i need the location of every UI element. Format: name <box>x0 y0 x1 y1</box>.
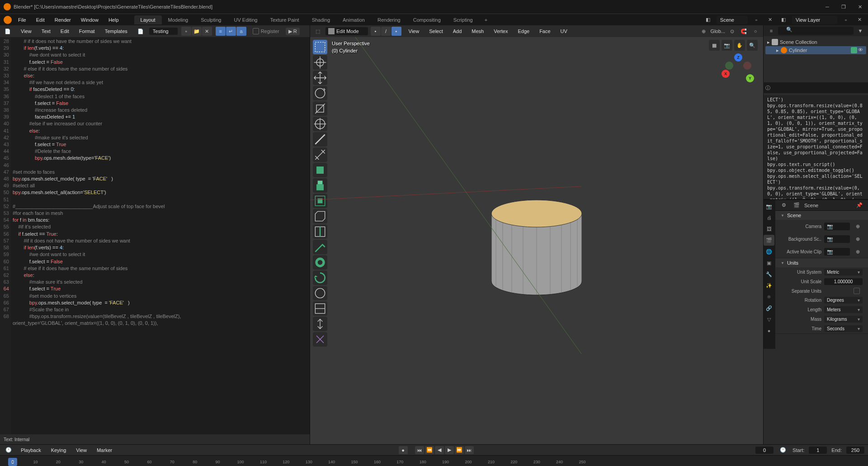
scale-tool[interactable] <box>313 101 327 116</box>
te-menu-templates[interactable]: Templates <box>100 27 132 35</box>
vp-menu-view[interactable]: View <box>404 27 424 35</box>
vp-menu-edge[interactable]: Edge <box>513 27 534 35</box>
constraint-tab-icon[interactable]: 🔗 <box>764 303 774 314</box>
prop-dropdown[interactable]: Seconds <box>824 325 863 332</box>
prop-dropdown[interactable]: Kilograms <box>824 316 863 323</box>
open-text-button[interactable]: 📁 <box>192 27 202 36</box>
scene-delete-button[interactable]: ✕ <box>765 15 775 25</box>
physics-tab-icon[interactable]: ⚛ <box>764 291 774 302</box>
scene-browse-icon[interactable]: ◧ <box>703 15 713 25</box>
minimize-button[interactable]: ─ <box>823 2 832 11</box>
prop-checkbox[interactable] <box>854 288 860 294</box>
shrink-fatten-tool[interactable] <box>313 317 327 331</box>
workspace-tab-uv-editing[interactable]: UV Editing <box>227 15 264 24</box>
scene-new-button[interactable]: ▫ <box>751 15 761 25</box>
menu-window[interactable]: Window <box>76 16 103 24</box>
loop-cut-tool[interactable] <box>313 224 327 239</box>
object-tab-icon[interactable]: ▣ <box>764 257 774 268</box>
edge-slide-tool[interactable] <box>313 301 327 316</box>
workspace-tab-animation[interactable]: Animation <box>336 15 371 24</box>
workspace-tab-texture-paint[interactable]: Texture Paint <box>264 15 305 24</box>
render-tab-icon[interactable]: 📷 <box>764 201 774 212</box>
viewport-canvas[interactable]: User Perspective (0) Cylinder ▦ 📷 ✋ 🔍 X … <box>310 37 763 444</box>
neg-y-axis-icon[interactable] <box>725 62 733 70</box>
pin-icon[interactable]: 📌 <box>854 200 864 210</box>
register-checkbox[interactable]: Register <box>250 28 282 34</box>
te-menu-edit[interactable]: Edit <box>56 27 74 35</box>
jump-end-button[interactable]: ⏭ <box>465 446 474 454</box>
rotate-tool[interactable] <box>313 86 327 100</box>
workspace-tab-compositing[interactable]: Compositing <box>407 15 447 24</box>
start-frame-field[interactable]: 1 <box>809 447 827 454</box>
scene-field[interactable]: Scene <box>717 16 748 24</box>
syntax-highlight-toggle[interactable]: a <box>236 27 246 36</box>
workspace-tab-sculpting[interactable]: Sculpting <box>194 15 227 24</box>
play-reverse-button[interactable]: ◀ <box>435 446 444 454</box>
workspace-tab-modeling[interactable]: Modeling <box>162 15 195 24</box>
menu-help[interactable]: Help <box>104 16 123 24</box>
edge-select-mode[interactable]: / <box>381 27 391 36</box>
smooth-tool[interactable] <box>313 286 327 300</box>
measure-tool[interactable] <box>313 147 327 162</box>
vp-menu-add[interactable]: Add <box>448 27 467 35</box>
cursor-tool[interactable] <box>313 55 327 70</box>
viewlayer-tab-icon[interactable]: 🖼 <box>764 223 774 234</box>
tl-menu-keying[interactable]: Keying <box>47 446 71 454</box>
zoom-icon[interactable]: 🔍 <box>747 40 758 51</box>
add-workspace-button[interactable]: + <box>481 15 491 24</box>
tl-menu-playback[interactable]: Playback <box>16 446 46 454</box>
inset-faces-tool[interactable] <box>313 194 327 208</box>
prop-eyedropper-icon[interactable]: ⊕ <box>853 234 863 244</box>
workspace-tab-scripting[interactable]: Scripting <box>447 15 479 24</box>
close-button[interactable]: ✕ <box>855 2 864 11</box>
unlink-text-button[interactable]: ✕ <box>202 27 212 36</box>
menu-render[interactable]: Render <box>50 16 75 24</box>
knife-tool[interactable] <box>313 240 327 254</box>
object-name[interactable]: Cylinder <box>789 48 807 53</box>
transform-orientation-icon[interactable]: ⊕ <box>699 26 709 36</box>
camera-view-icon[interactable]: ▦ <box>709 40 720 51</box>
orientation-label[interactable]: Glob... <box>711 29 725 34</box>
line-numbers-toggle[interactable]: ≡ <box>216 27 226 36</box>
info-log[interactable]: LECT') bpy.ops.transform.resize(value=(0… <box>764 95 868 199</box>
axis-gizmo[interactable]: X Y Z <box>722 53 754 86</box>
neg-x-axis-icon[interactable] <box>743 62 751 70</box>
prop-dropdown[interactable]: Meters <box>824 306 863 313</box>
vp-menu-vertex[interactable]: Vertex <box>489 27 512 35</box>
pivot-point-icon[interactable]: ⊙ <box>727 26 737 36</box>
menu-file[interactable]: File <box>14 16 31 24</box>
cylinder-mesh[interactable] <box>489 197 584 306</box>
auto-keying-toggle[interactable]: ● <box>399 446 408 454</box>
panel-scene[interactable]: Scene <box>775 211 868 220</box>
material-tab-icon[interactable]: ● <box>764 325 774 336</box>
tl-menu-marker[interactable]: Marker <box>92 446 117 454</box>
keyframe-next-button[interactable]: ⏩ <box>455 446 464 454</box>
modifier-tab-icon[interactable]: 🔧 <box>764 269 774 280</box>
mesh-tab-icon[interactable]: ▽ <box>764 314 774 325</box>
toggle-camera-icon[interactable]: 📷 <box>722 40 732 51</box>
z-axis-icon[interactable]: Z <box>734 53 742 62</box>
text-browse-icon[interactable]: 📄 <box>136 26 146 36</box>
current-frame-field[interactable]: 0 <box>755 447 774 454</box>
prop-object-field[interactable]: 📷 <box>824 223 850 230</box>
rip-region-tool[interactable] <box>313 332 327 347</box>
prop-dropdown[interactable]: Degrees <box>824 297 863 304</box>
panel-units[interactable]: Units <box>775 258 868 267</box>
world-tab-icon[interactable]: 🌐 <box>764 246 774 257</box>
view-layer-field[interactable]: View Layer <box>792 16 837 24</box>
x-axis-icon[interactable]: X <box>722 70 730 78</box>
vp-menu-select[interactable]: Select <box>425 27 448 35</box>
pan-icon[interactable]: ✋ <box>734 40 745 51</box>
workspace-tab-layout[interactable]: Layout <box>134 15 162 24</box>
info-type-icon[interactable]: ⓘ <box>763 83 773 93</box>
keyframe-prev-button[interactable]: ⏪ <box>425 446 434 454</box>
viewlayer-new-button[interactable]: ▫ <box>841 15 851 25</box>
editor-type-viewport-icon[interactable]: ⬚ <box>313 26 323 36</box>
snap-icon[interactable]: 🧲 <box>739 26 749 36</box>
mesh-data-icon[interactable] <box>851 47 857 53</box>
prop-eyedropper-icon[interactable]: ⊕ <box>853 221 863 231</box>
poly-build-tool[interactable] <box>313 255 327 270</box>
prop-number-field[interactable]: 1.000000 <box>824 278 863 285</box>
select-box-tool[interactable] <box>313 40 327 54</box>
timeline-type-icon[interactable]: 🕐 <box>4 445 14 455</box>
